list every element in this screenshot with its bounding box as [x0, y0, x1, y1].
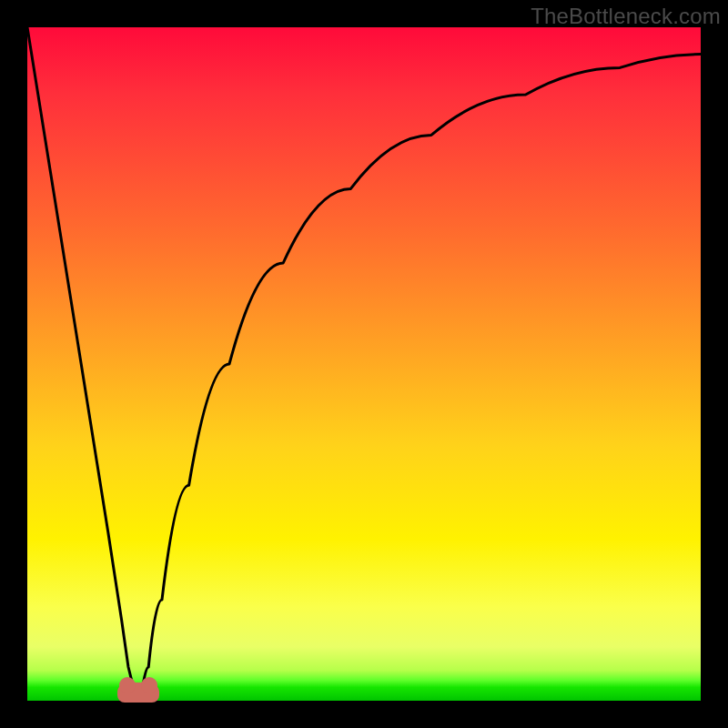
curve-path [27, 27, 701, 694]
watermark-text: TheBottleneck.com [531, 4, 721, 29]
trough-marker [117, 682, 159, 703]
bottleneck-curve [27, 27, 701, 701]
chart-frame: TheBottleneck.com [0, 0, 728, 728]
plot-area [27, 27, 701, 701]
